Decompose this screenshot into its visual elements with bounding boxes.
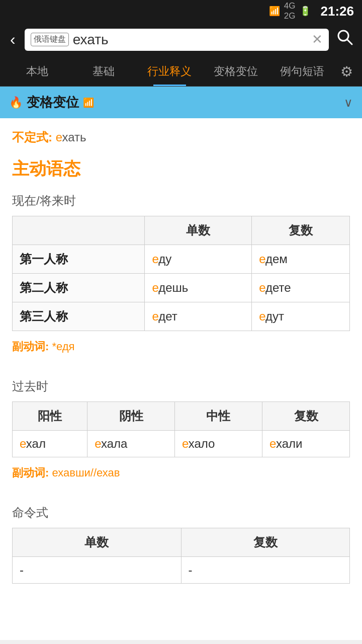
col-plur: 复数 bbox=[262, 402, 350, 431]
past-table: 阳性 阴性 中性 复数 ехал ехала ехало ехали bbox=[12, 401, 350, 457]
imperative-table: 单数 复数 - - bbox=[12, 528, 350, 584]
past-plur: ехали bbox=[262, 431, 350, 457]
voice-heading: 主动语态 bbox=[12, 157, 350, 181]
tab-basic[interactable]: 基础 bbox=[70, 57, 137, 86]
sing-1: еду bbox=[145, 245, 252, 274]
past-fem: ехала bbox=[87, 431, 175, 457]
clear-button[interactable]: ✕ bbox=[312, 32, 323, 47]
tab-examples[interactable]: 例句短语 bbox=[269, 57, 335, 86]
past-participle-value: ехавши//ехав bbox=[52, 466, 120, 479]
tab-industry[interactable]: 行业释义 bbox=[137, 57, 203, 86]
cmd-col-plural: 复数 bbox=[181, 528, 350, 557]
wifi-icon: 📶 bbox=[269, 6, 280, 17]
plur-2: едете bbox=[252, 274, 350, 302]
content-body: 不定式: ехать 主动语态 现在/将来时 单数 复数 第一人称 еду ед… bbox=[0, 119, 362, 602]
infinitive-line: 不定式: ехать bbox=[12, 129, 350, 145]
cmd-plural: - bbox=[181, 557, 350, 584]
fire-icon: 🔥 bbox=[9, 96, 23, 109]
status-time: 21:26 bbox=[321, 4, 354, 19]
table-row: - - bbox=[13, 557, 350, 584]
past-tense-label: 过去时 bbox=[12, 378, 350, 394]
table-row: ехал ехала ехало ехали bbox=[13, 431, 350, 457]
navigation-tabs: 本地 基础 行业释义 变格变位 例句短语 ⚙ bbox=[0, 57, 362, 87]
person-2: 第二人称 bbox=[13, 274, 145, 302]
col-header-empty bbox=[13, 216, 145, 245]
tab-conjugation[interactable]: 变格变位 bbox=[203, 57, 269, 86]
present-future-table: 单数 复数 第一人称 еду едем 第二人称 едешь едете 第三人… bbox=[12, 216, 350, 331]
infinitive-suffix: хать bbox=[62, 130, 86, 144]
battery-icon: 🔋 bbox=[300, 6, 311, 17]
present-participle-label: 副动词: bbox=[12, 340, 49, 353]
plur-1: едем bbox=[252, 245, 350, 274]
tab-local[interactable]: 本地 bbox=[4, 57, 70, 86]
past-neut: ехало bbox=[174, 431, 262, 457]
imperative-label: 命令式 bbox=[12, 505, 350, 521]
network-indicator: 4G2G bbox=[284, 1, 296, 21]
table-row: 第三人称 едет едут bbox=[13, 302, 350, 331]
header: ‹ 俄语键盘 ехать ✕ bbox=[0, 22, 362, 57]
section-title-text: 变格变位 bbox=[27, 94, 79, 111]
sing-2: едешь bbox=[145, 274, 252, 302]
col-neut: 中性 bbox=[174, 402, 262, 431]
wifi-small-icon: 📶 bbox=[83, 97, 94, 108]
col-header-plural: 复数 bbox=[252, 216, 350, 245]
search-bar[interactable]: 俄语键盘 ехать ✕ bbox=[25, 29, 329, 51]
col-header-singular: 单数 bbox=[145, 216, 252, 245]
person-1: 第一人称 bbox=[13, 245, 145, 274]
cmd-col-singular: 单数 bbox=[13, 528, 182, 557]
status-icons: 📶 4G2G 🔋 21:26 bbox=[269, 1, 354, 21]
table-row: 第一人称 еду едем bbox=[13, 245, 350, 274]
plur-3: едут bbox=[252, 302, 350, 331]
infinitive-label: 不定式: bbox=[12, 130, 52, 144]
back-button[interactable]: ‹ bbox=[6, 28, 20, 51]
search-text[interactable]: ехать bbox=[73, 32, 308, 48]
col-masc: 阳性 bbox=[13, 402, 87, 431]
section-header[interactable]: 🔥 变格变位 📶 ∨ bbox=[0, 87, 362, 118]
main-content: 🔥 变格变位 📶 ∨ 不定式: ехать 主动语态 现在/将来时 单数 复数 bbox=[0, 87, 362, 640]
present-future-label: 现在/将来时 bbox=[12, 193, 350, 209]
search-button[interactable] bbox=[334, 26, 356, 53]
past-participle-label: 副动词: bbox=[12, 466, 49, 479]
cmd-singular: - bbox=[13, 557, 182, 584]
table-row: 第二人称 едешь едете bbox=[13, 274, 350, 302]
svg-line-1 bbox=[347, 39, 352, 44]
present-participle-line: 副动词: *едя bbox=[12, 339, 350, 354]
past-masc: ехал bbox=[13, 431, 87, 457]
col-fem: 阴性 bbox=[87, 402, 175, 431]
infinitive-prefix: е bbox=[56, 130, 62, 144]
past-participle-line: 副动词: ехавши//ехав bbox=[12, 465, 350, 480]
status-bar: 📶 4G2G 🔋 21:26 bbox=[0, 0, 362, 22]
settings-button[interactable]: ⚙ bbox=[335, 57, 358, 86]
sing-3: едет bbox=[145, 302, 252, 331]
keyboard-badge: 俄语键盘 bbox=[31, 33, 69, 46]
section-title: 🔥 变格变位 📶 bbox=[9, 94, 94, 111]
chevron-down-icon[interactable]: ∨ bbox=[344, 96, 353, 110]
present-participle-value: *едя bbox=[52, 340, 74, 353]
person-3: 第三人称 bbox=[13, 302, 145, 331]
